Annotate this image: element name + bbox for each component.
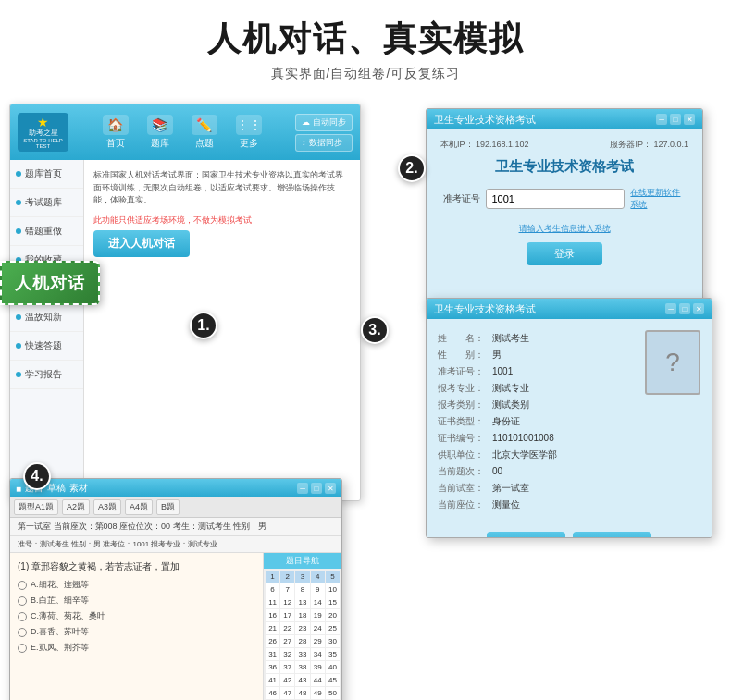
toolbar-a1-btn[interactable]: 题型A1题: [14, 499, 58, 515]
grid-cell[interactable]: 48: [295, 687, 309, 699]
minimize-btn[interactable]: ─: [297, 483, 308, 494]
grid-cell[interactable]: 3: [295, 571, 309, 583]
close-icon[interactable]: ✕: [693, 303, 704, 314]
grid-cell[interactable]: 36: [266, 661, 279, 673]
grid-cell[interactable]: 30: [326, 635, 340, 647]
option-e[interactable]: E.虱风、荆芥等: [18, 642, 255, 654]
minimize-btn[interactable]: ─: [656, 114, 667, 125]
nav-more[interactable]: ⋮⋮ 更多: [229, 111, 269, 154]
grid-cell[interactable]: 8: [295, 583, 309, 596]
grid-cell[interactable]: 31: [266, 648, 279, 660]
grid-cell[interactable]: 46: [266, 687, 279, 699]
option-a[interactable]: A.细花、连翘等: [18, 579, 255, 591]
grid-cell[interactable]: 13: [295, 596, 309, 608]
grid-cell[interactable]: 38: [295, 661, 309, 673]
grid-cell[interactable]: 47: [280, 687, 294, 699]
grid-cell[interactable]: 2: [280, 571, 294, 583]
grid-cell[interactable]: 40: [326, 661, 340, 673]
grid-cell[interactable]: 34: [311, 648, 325, 660]
sidebar-item-quick[interactable]: 快速答题: [10, 332, 83, 361]
start-exam-button[interactable]: 开始考试(→): [573, 532, 651, 538]
grid-cell[interactable]: 23: [295, 622, 309, 634]
sidebar-item-review[interactable]: 温故知新: [10, 303, 83, 332]
grid-cell[interactable]: 50: [326, 687, 340, 699]
exam-student-info: 考生：测试考生 性别：男: [173, 522, 267, 531]
grid-cell[interactable]: 16: [266, 609, 279, 621]
maximize-btn[interactable]: □: [670, 114, 681, 125]
grid-cell[interactable]: 10: [326, 583, 340, 596]
option-b[interactable]: B.白芷、细辛等: [18, 595, 255, 607]
sidebar-item-redo[interactable]: 错题重做: [10, 217, 83, 246]
grid-cell[interactable]: 35: [326, 648, 340, 660]
grid-cell[interactable]: 12: [280, 596, 294, 608]
enter-hmb-button[interactable]: 进入人机对话: [93, 230, 190, 257]
grid-cell[interactable]: 9: [311, 583, 325, 596]
toolbar-b-btn[interactable]: B题: [156, 499, 180, 515]
sidebar-item-exam[interactable]: 考试题库: [10, 189, 83, 217]
maximize-btn[interactable]: □: [311, 483, 322, 494]
option-c[interactable]: C.薄荷、菊花、桑叶: [18, 610, 255, 622]
main-title: 人机对话、真实模拟: [0, 17, 731, 62]
grid-cell[interactable]: 32: [280, 648, 294, 660]
update-link[interactable]: 在线更新软件系统: [630, 187, 688, 211]
grid-cell[interactable]: 26: [266, 635, 279, 647]
grid-cell[interactable]: 19: [311, 609, 325, 621]
grid-cell[interactable]: 33: [295, 648, 309, 660]
login-id-label: 准考证号: [440, 192, 480, 205]
nav-library[interactable]: 📚 题库: [140, 111, 180, 154]
sidebar-item-home[interactable]: 题库首页: [10, 160, 83, 189]
data-sync-btn[interactable]: ↕数据同步: [295, 134, 353, 152]
radio-c[interactable]: [18, 612, 27, 621]
profile-body: 姓 名： 测试考生 性 别： 男 准考证号： 1001 报考专业： 测试专业 报…: [427, 319, 712, 524]
grid-cell[interactable]: 14: [311, 596, 325, 608]
maximize-icon[interactable]: □: [679, 303, 690, 314]
grid-cell[interactable]: 28: [295, 635, 309, 647]
radio-a[interactable]: [18, 581, 27, 590]
radio-d[interactable]: [18, 628, 27, 637]
grid-cell[interactable]: 39: [311, 661, 325, 673]
toolbar-a3-btn[interactable]: A3题: [93, 499, 121, 515]
grid-cell[interactable]: 43: [295, 674, 309, 686]
grid-cell[interactable]: 4: [311, 571, 325, 583]
grid-cell[interactable]: 18: [295, 609, 309, 621]
radio-b[interactable]: [18, 596, 27, 606]
register-link[interactable]: 请输入考生信息进入系统: [519, 224, 611, 233]
grid-cell[interactable]: 44: [311, 674, 325, 686]
grid-cell[interactable]: 20: [326, 609, 340, 621]
toolbar-a2-btn[interactable]: A2题: [62, 499, 90, 515]
badge-1: 1.: [190, 312, 217, 339]
nav-home[interactable]: 🏠 首页: [95, 111, 136, 154]
nav-point[interactable]: ✏️ 点题: [184, 111, 225, 154]
grid-cell[interactable]: 15: [326, 596, 340, 608]
grid-cell[interactable]: 25: [326, 622, 340, 634]
grid-cell[interactable]: 1: [266, 571, 279, 583]
toolbar-a4-btn[interactable]: A4题: [125, 499, 153, 515]
grid-cell[interactable]: 17: [280, 609, 294, 621]
option-d[interactable]: D.喜香、苏叶等: [18, 626, 255, 638]
close-btn[interactable]: ✕: [325, 483, 336, 494]
grid-cell[interactable]: 37: [280, 661, 294, 673]
login-button[interactable]: 登录: [527, 242, 602, 265]
grid-cell[interactable]: 45: [326, 674, 340, 686]
grid-cell[interactable]: 6: [266, 583, 279, 596]
grid-cell[interactable]: 22: [280, 622, 294, 634]
login-id-input[interactable]: [486, 189, 625, 209]
profile-category-row: 报考类别： 测试类别: [438, 397, 636, 413]
grid-cell[interactable]: 27: [280, 635, 294, 647]
grid-cell[interactable]: 5: [326, 571, 340, 583]
grid-cell[interactable]: 41: [266, 674, 279, 686]
grid-cell[interactable]: 42: [280, 674, 294, 686]
app-topbar: ★ 助考之星 STAR TO HELP TEST 🏠 首页 📚 题库 ✏️ 点题: [10, 104, 360, 160]
minimize-icon[interactable]: ─: [665, 303, 676, 314]
radio-e[interactable]: [18, 644, 27, 653]
grid-cell[interactable]: 7: [280, 583, 294, 596]
close-btn[interactable]: ✕: [684, 114, 695, 125]
restart-login-button[interactable]: 重新登录(←): [487, 532, 565, 538]
auto-sync-btn[interactable]: ☁自动同步: [295, 114, 353, 131]
sidebar-item-report[interactable]: 学习报告: [10, 361, 83, 389]
grid-cell[interactable]: 21: [266, 622, 279, 634]
grid-cell[interactable]: 29: [311, 635, 325, 647]
grid-cell[interactable]: 11: [266, 596, 279, 608]
grid-cell[interactable]: 24: [311, 622, 325, 634]
grid-cell[interactable]: 49: [311, 687, 325, 699]
